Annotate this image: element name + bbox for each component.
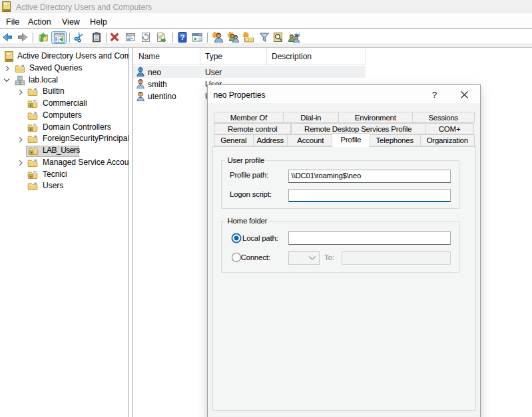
svg-text:?: ? [180, 33, 184, 41]
